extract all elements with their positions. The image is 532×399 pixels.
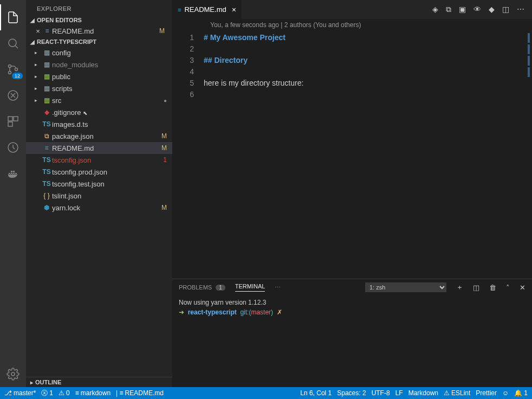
docker-icon[interactable] — [0, 160, 26, 186]
open-editor-item[interactable]: × ≡ README.md M — [26, 25, 172, 37]
status-errors[interactable]: ⓧ 1 — [41, 389, 53, 398]
status-spaces[interactable]: Spaces: 2 — [337, 389, 366, 397]
status-markdown[interactable]: ≡ markdown — [75, 389, 111, 397]
terminal-selector[interactable]: 1: zsh — [365, 282, 446, 292]
code-line[interactable] — [204, 66, 532, 78]
svg-point-2 — [9, 72, 11, 74]
status-bar: ⎇ master* ⓧ 1 ⚠ 0 ≡ markdown | ≡ README.… — [0, 387, 532, 399]
file-item[interactable]: ◆ .gitignore ⬉ — [26, 106, 172, 118]
explorer-icon[interactable] — [0, 4, 26, 30]
status-prettier[interactable]: Prettier — [476, 389, 497, 397]
code-line[interactable]: ## Directory — [204, 55, 532, 66]
gitlens-action-icon[interactable]: ◈ — [432, 5, 438, 14]
file-name: scripts — [52, 85, 172, 93]
open-editors-header[interactable]: ◢ OPEN EDITORS — [26, 15, 172, 25]
file-item[interactable]: TS tsconfig.prod.json — [26, 166, 172, 178]
folder-item[interactable]: ▸ ▦ src ● — [26, 94, 172, 106]
file-icon: ⧉ — [41, 132, 52, 140]
outline-header[interactable]: ▸ OUTLINE — [26, 377, 172, 387]
file-icon: ▦ — [41, 96, 52, 104]
chevron-icon: ▸ — [35, 62, 41, 67]
project-header[interactable]: ◢ REACT-TYPESCRIPT — [26, 37, 172, 47]
settings-icon[interactable] — [0, 361, 26, 387]
close-icon[interactable]: × — [34, 27, 42, 35]
source-control-icon[interactable]: 12 — [0, 56, 26, 82]
code-line[interactable] — [204, 43, 532, 55]
status-bell[interactable]: 🔔 1 — [514, 389, 528, 397]
split-terminal-icon[interactable]: ◫ — [473, 284, 479, 292]
status-eol[interactable]: LF — [395, 389, 403, 397]
code-text[interactable]: # My Awesome Project ## Directory here i… — [204, 31, 532, 279]
editor-actions: ◈ ⧉ ▣ 👁 ◆ ◫ ⋯ — [432, 5, 532, 14]
gitlens-icon[interactable] — [0, 134, 26, 160]
kill-terminal-icon[interactable]: 🗑 — [489, 284, 496, 292]
file-item[interactable]: { } tslint.json — [26, 190, 172, 202]
file-item[interactable]: TS images.d.ts — [26, 118, 172, 130]
status-warnings[interactable]: ⚠ 0 — [59, 389, 70, 397]
file-item[interactable]: ≡ README.md M — [26, 142, 172, 154]
close-panel-icon[interactable]: ✕ — [520, 284, 525, 292]
svg-rect-6 — [14, 117, 18, 121]
file-icon: TS — [41, 168, 52, 176]
status-encoding[interactable]: UTF-8 — [372, 389, 390, 397]
terminal-body[interactable]: Now using yarn version 1.12.3 ➜ react-ty… — [172, 295, 532, 387]
folder-item[interactable]: ▸ ▦ public — [26, 70, 172, 82]
file-icon: ⬢ — [41, 204, 52, 211]
code-line[interactable]: here is my directory structure: — [204, 78, 532, 89]
more-actions-icon[interactable]: ⋯ — [517, 5, 524, 14]
chevron-icon: ▸ — [35, 50, 41, 55]
tab-readme[interactable]: ≡ README.md × — [172, 0, 242, 19]
tab-label: README.md — [184, 5, 226, 14]
status-branch[interactable]: ⎇ master* — [4, 389, 36, 397]
panel-more-icon[interactable]: ⋯ — [275, 284, 281, 291]
code-line[interactable] — [204, 89, 532, 100]
debug-icon[interactable] — [0, 82, 26, 108]
panel: PROBLEMS 1 TERMINAL ⋯ 1: zsh ＋ ◫ 🗑 ˄ ✕ N… — [172, 279, 532, 387]
tab-terminal[interactable]: TERMINAL — [235, 283, 265, 292]
folder-item[interactable]: ▸ ▦ config — [26, 47, 172, 59]
status-eslint[interactable]: ⚠ ESLint — [444, 389, 470, 397]
split-editor-icon[interactable]: ◫ — [502, 5, 509, 14]
file-item[interactable]: TS tsconfig.test.json — [26, 178, 172, 190]
file-name: README.md — [52, 27, 159, 35]
folder-item[interactable]: ▸ ▦ scripts — [26, 82, 172, 94]
git-compare-icon[interactable]: ⧉ — [446, 5, 451, 14]
diff-icon[interactable]: ◆ — [489, 5, 495, 14]
minimap[interactable] — [528, 33, 530, 77]
new-terminal-icon[interactable]: ＋ — [456, 282, 463, 292]
svg-rect-5 — [8, 117, 12, 121]
code-editor[interactable]: 123456 # My Awesome Project ## Directory… — [172, 31, 532, 279]
status-feedback[interactable]: ☺ — [502, 389, 509, 397]
file-name: node_modules — [52, 61, 172, 69]
file-icon: ≡ — [42, 27, 52, 35]
status-language[interactable]: Markdown — [408, 389, 438, 397]
extensions-icon[interactable] — [0, 108, 26, 134]
preview-side-icon[interactable]: 👁 — [473, 5, 481, 14]
open-preview-icon[interactable]: ▣ — [459, 5, 466, 14]
file-name: tsconfig.prod.json — [52, 168, 172, 176]
file-icon: ≡ — [41, 144, 52, 152]
status-path[interactable]: | ≡ README.md — [116, 389, 164, 397]
tabs-row: ≡ README.md × ◈ ⧉ ▣ 👁 ◆ ◫ ⋯ — [172, 0, 532, 19]
file-name: yarn.lock — [52, 204, 161, 212]
file-item[interactable]: ⬢ yarn.lock M — [26, 202, 172, 214]
chevron-right-icon: ▸ — [30, 379, 33, 385]
chevron-down-icon: ◢ — [30, 17, 35, 23]
svg-point-0 — [9, 39, 16, 47]
tab-problems[interactable]: PROBLEMS 1 — [179, 284, 225, 291]
panel-tabs: PROBLEMS 1 TERMINAL ⋯ 1: zsh ＋ ◫ 🗑 ˄ ✕ — [172, 279, 532, 295]
close-icon[interactable]: × — [230, 5, 236, 14]
code-line[interactable]: # My Awesome Project — [204, 32, 532, 43]
file-icon: TS — [41, 120, 52, 128]
problems-count: 1 — [216, 285, 225, 291]
status-lncol[interactable]: Ln 6, Col 1 — [300, 389, 332, 397]
file-icon: ▦ — [41, 73, 52, 80]
search-icon[interactable] — [0, 30, 26, 56]
file-item[interactable]: ⧉ package.json M — [26, 130, 172, 142]
sidebar: EXPLORER ◢ OPEN EDITORS × ≡ README.md M … — [26, 0, 172, 387]
file-item[interactable]: TS tsconfig.json 1 — [26, 154, 172, 166]
file-name: tslint.json — [52, 192, 172, 200]
folder-item[interactable]: ▸ ▦ node_modules — [26, 59, 172, 70]
maximize-panel-icon[interactable]: ˄ — [506, 284, 510, 292]
file-name: public — [52, 73, 172, 81]
